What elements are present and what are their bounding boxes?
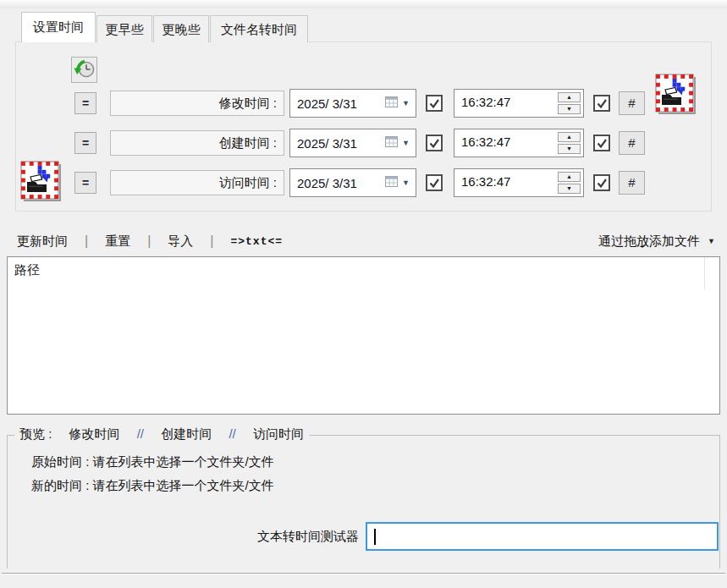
file-list[interactable]: 路径 — [7, 256, 720, 415]
modified-date-checkbox[interactable] — [426, 95, 443, 112]
chevron-down-icon: ▼ — [402, 140, 410, 147]
preview-created-label: 创建时间 — [161, 426, 212, 441]
modified-date-dropdown[interactable]: ▼ — [385, 96, 416, 111]
text-cursor — [374, 529, 376, 545]
preview-title: 预览 : — [19, 426, 52, 441]
tab-later[interactable]: 更晚些 — [153, 15, 209, 42]
modified-time-spinner: ▲ ▼ — [558, 92, 581, 114]
accessed-time-checkbox[interactable] — [593, 174, 610, 191]
text-to-time-tester-label: 文本转时间测试器 — [198, 529, 359, 545]
modified-hash-button[interactable]: # — [619, 91, 645, 115]
newfiletime-window: 设置时间 更早些 更晚些 文件名转时间 = 修改时间 : 2025/ 3/31 — [0, 0, 727, 588]
accessed-hash-button[interactable]: # — [619, 171, 645, 195]
spinner-up-icon[interactable]: ▲ — [558, 92, 581, 102]
spinner-down-icon[interactable]: ▼ — [558, 184, 581, 194]
action-toolbar: 更新时间 | 重置 | 导入 | =>txt<= — [15, 230, 284, 252]
checkmark-icon — [596, 177, 608, 189]
update-time-button[interactable]: 更新时间 — [15, 234, 69, 250]
accessed-date-picker[interactable]: 2025/ 3/31 ▼ — [289, 168, 416, 197]
new-time-line: 新的时间 : 请在列表中选择一个文件夹/文件 — [31, 478, 274, 494]
modified-time-value: 16:32:47 — [461, 95, 510, 109]
tab-filename-to-time[interactable]: 文件名转时间 — [210, 15, 308, 42]
toolbar-separator: | — [147, 234, 151, 249]
modified-time-spinbox[interactable]: 16:32:47 ▲ ▼ — [454, 89, 584, 118]
window-top-edge — [0, 0, 727, 8]
created-time-label-field[interactable]: 创建时间 : — [110, 130, 284, 156]
accessed-time-spinbox[interactable]: 16:32:47 ▲ ▼ — [454, 168, 584, 197]
modified-time-row: = 修改时间 : 2025/ 3/31 ▼ 16:32:47 ▲ ▼ # — [0, 89, 727, 118]
created-time-checkbox[interactable] — [593, 135, 610, 151]
created-time-row: = 创建时间 : 2025/ 3/31 ▼ 16:32:47 ▲ ▼ # — [0, 129, 727, 157]
spinner-up-icon[interactable]: ▲ — [558, 172, 581, 182]
preview-legend: 预览 : 修改时间 // 创建时间 // 访问时间 — [14, 426, 309, 442]
path-column-header[interactable]: 路径 — [14, 262, 40, 278]
reload-current-time-button[interactable] — [71, 57, 97, 83]
created-date-picker[interactable]: 2025/ 3/31 ▼ — [289, 129, 416, 157]
calendar-icon — [385, 175, 398, 190]
chevron-down-icon: ▼ — [402, 100, 410, 107]
toolbar-separator: | — [85, 234, 88, 249]
accessed-date-value: 2025/ 3/31 — [290, 176, 385, 190]
created-date-checkbox[interactable] — [426, 135, 443, 151]
created-time-spinner: ▲ ▼ — [558, 132, 581, 154]
created-date-value: 2025/ 3/31 — [290, 136, 385, 151]
export-txt-button[interactable]: =>txt<= — [229, 235, 284, 248]
text-to-time-tester-input[interactable] — [366, 522, 719, 551]
created-date-dropdown[interactable]: ▼ — [385, 135, 416, 151]
created-hash-button[interactable]: # — [619, 131, 645, 155]
add-files-dropdown-button[interactable]: 通过拖放添加文件 ▼ — [598, 230, 715, 252]
tab-set-time[interactable]: 设置时间 — [21, 12, 96, 42]
toolbar-separator: | — [210, 234, 213, 249]
accessed-time-label-field[interactable]: 访问时间 : — [110, 170, 284, 195]
accessed-date-dropdown[interactable]: ▼ — [385, 175, 416, 190]
spinner-down-icon[interactable]: ▼ — [558, 144, 581, 154]
checkmark-icon — [596, 97, 608, 109]
checkmark-icon — [428, 177, 440, 189]
accessed-equals-button[interactable]: = — [74, 172, 96, 194]
spinner-up-icon[interactable]: ▲ — [558, 132, 581, 142]
checkmark-icon — [428, 97, 440, 109]
accessed-date-checkbox[interactable] — [426, 174, 443, 191]
modified-time-checkbox[interactable] — [593, 95, 610, 112]
created-equals-button[interactable]: = — [74, 132, 96, 154]
modified-time-label-field[interactable]: 修改时间 : — [110, 91, 284, 116]
preview-modified-label: 修改时间 — [69, 426, 120, 441]
modified-equals-button[interactable]: = — [74, 92, 96, 114]
checkmark-icon — [596, 137, 608, 149]
bottom-divider-highlight — [2, 574, 725, 574]
history-clock-icon — [73, 58, 96, 83]
column-separator[interactable] — [704, 257, 705, 289]
modified-date-value: 2025/ 3/31 — [290, 96, 385, 111]
created-time-value: 16:32:47 — [461, 135, 510, 149]
reset-button[interactable]: 重置 — [103, 234, 132, 250]
import-button[interactable]: 导入 — [166, 234, 195, 250]
accessed-time-row: = 访问时间 : 2025/ 3/31 ▼ 16:32:47 ▲ ▼ # — [0, 168, 727, 197]
accessed-time-value: 16:32:47 — [461, 174, 510, 189]
modified-date-picker[interactable]: 2025/ 3/31 ▼ — [289, 89, 416, 118]
accessed-time-spinner: ▲ ▼ — [558, 172, 581, 194]
spinner-down-icon[interactable]: ▼ — [558, 104, 581, 114]
tab-earlier[interactable]: 更早些 — [96, 15, 152, 42]
chevron-down-icon: ▼ — [402, 179, 410, 187]
chevron-down-icon: ▼ — [708, 237, 715, 245]
calendar-icon — [385, 96, 398, 111]
preview-accessed-label: 访问时间 — [253, 426, 304, 441]
created-time-spinbox[interactable]: 16:32:47 ▲ ▼ — [454, 129, 584, 157]
preview-separator: // — [137, 426, 144, 441]
checkmark-icon — [428, 137, 440, 149]
original-time-line: 原始时间 : 请在列表中选择一个文件夹/文件 — [31, 454, 274, 470]
calendar-icon — [385, 135, 398, 151]
preview-separator: // — [229, 426, 235, 441]
add-files-label: 通过拖放添加文件 — [598, 234, 700, 250]
